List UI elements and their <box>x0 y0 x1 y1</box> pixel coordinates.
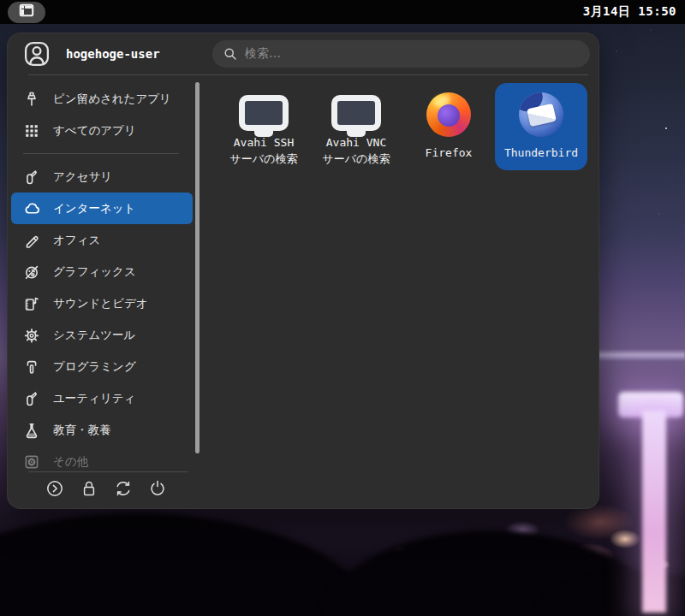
sidebar-item-label: 教育・教養 <box>53 423 111 438</box>
firefox-icon <box>426 90 471 139</box>
pin-icon <box>22 90 41 109</box>
sidebar-category-office[interactable]: オフィス <box>11 224 193 256</box>
lock-icon <box>79 478 99 502</box>
sidebar-item-label: グラフィックス <box>53 264 136 280</box>
sidebar-divider <box>23 153 179 154</box>
film-music-icon <box>22 294 41 313</box>
panel-header: hogehoge-user 検索… <box>8 33 599 74</box>
sidebar-category-graphics[interactable]: グラフィックス <box>11 256 193 287</box>
sidebar-category-other[interactable]: その他 <box>11 446 193 477</box>
top-bar: 3月14日 15:50 <box>0 0 685 24</box>
gear-box-icon <box>22 453 41 471</box>
clock[interactable]: 3月14日 15:50 <box>583 4 676 20</box>
app-label: Avahi VNC サーバの検索 <box>323 135 390 170</box>
sidebar-item-all-apps[interactable]: すべてのアプリ <box>11 115 193 146</box>
utility-knife-icon <box>22 168 41 187</box>
search-icon <box>223 46 238 62</box>
app-tile-thunderbird[interactable]: Thunderbird <box>495 83 587 170</box>
sidebar-item-label: プログラミング <box>53 359 136 375</box>
footer-divider <box>28 471 188 472</box>
cloud-icon <box>22 199 41 218</box>
power-off-button[interactable] <box>146 479 169 501</box>
sidebar-item-label: インターネット <box>53 201 135 216</box>
sidebar-category-internet[interactable]: インターネット <box>11 192 193 224</box>
thunderbird-icon <box>519 90 563 139</box>
search-input[interactable]: 検索… <box>212 40 590 68</box>
sidebar-category-education[interactable]: 教育・教養 <box>11 414 193 446</box>
network-display-icon <box>239 90 289 135</box>
sidebar-scrollbar[interactable] <box>195 82 200 453</box>
sidebar-item-label: アクセサリ <box>53 169 112 185</box>
flask-icon <box>22 421 41 440</box>
search-placeholder: 検索… <box>245 46 281 62</box>
run-command-icon <box>45 478 65 502</box>
lock-screen-button[interactable] <box>78 479 100 501</box>
sidebar: ピン留めされたアプリ すべてのアプリ <box>11 83 193 477</box>
sidebar-item-label: サウンドとビデオ <box>53 296 148 311</box>
log-out-button[interactable] <box>112 479 134 501</box>
gear-icon <box>22 326 41 345</box>
sidebar-category-utilities[interactable]: ユーティリティ <box>11 382 193 414</box>
applications-menu-button[interactable] <box>8 2 45 23</box>
run-command-button[interactable] <box>44 479 66 501</box>
hammer-icon <box>22 358 41 376</box>
app-label: Avahi SSH サーバの検索 <box>230 135 298 170</box>
wallpaper-horizon <box>591 349 685 361</box>
apps-grid-icon <box>22 121 41 140</box>
app-menu-layout-icon <box>17 1 36 23</box>
network-display-icon <box>331 90 381 135</box>
app-label: Thunderbird <box>504 139 578 170</box>
app-label: Firefox <box>426 139 473 170</box>
sidebar-category-programming[interactable]: プログラミング <box>11 351 193 382</box>
sidebar-category-sound-video[interactable]: サウンドとビデオ <box>11 287 193 319</box>
app-grid: Avahi SSH サーバの検索 Avahi VNC サーバの検索 Firefo… <box>210 75 599 508</box>
sidebar-category-accessories[interactable]: アクセサリ <box>11 161 193 192</box>
app-tile-avahi-vnc[interactable]: Avahi VNC サーバの検索 <box>310 83 402 170</box>
sidebar-item-label: すべてのアプリ <box>53 123 136 139</box>
sidebar-item-label: その他 <box>53 454 88 470</box>
sidebar-item-label: システムツール <box>53 328 135 343</box>
sidebar-item-pinned-apps[interactable]: ピン留めされたアプリ <box>11 83 193 115</box>
palette-icon <box>22 263 41 281</box>
sidebar-item-label: ユーティリティ <box>53 391 135 406</box>
power-icon <box>147 478 168 502</box>
application-menu-panel: hogehoge-user 検索… ピン留めされたアプリ <box>7 33 599 509</box>
sidebar-item-label: オフィス <box>53 233 100 248</box>
sidebar-item-label: ピン留めされたアプリ <box>53 92 171 107</box>
app-tile-avahi-ssh[interactable]: Avahi SSH サーバの検索 <box>217 83 310 170</box>
utility-knife-icon <box>22 389 41 408</box>
user-avatar-icon[interactable] <box>21 38 52 69</box>
username: hogehoge-user <box>66 47 160 61</box>
sidebar-category-system-tools[interactable]: システムツール <box>11 319 193 351</box>
refresh-cycle-icon <box>113 478 134 502</box>
pencil-icon <box>22 231 41 250</box>
app-tile-firefox[interactable]: Firefox <box>402 83 495 170</box>
